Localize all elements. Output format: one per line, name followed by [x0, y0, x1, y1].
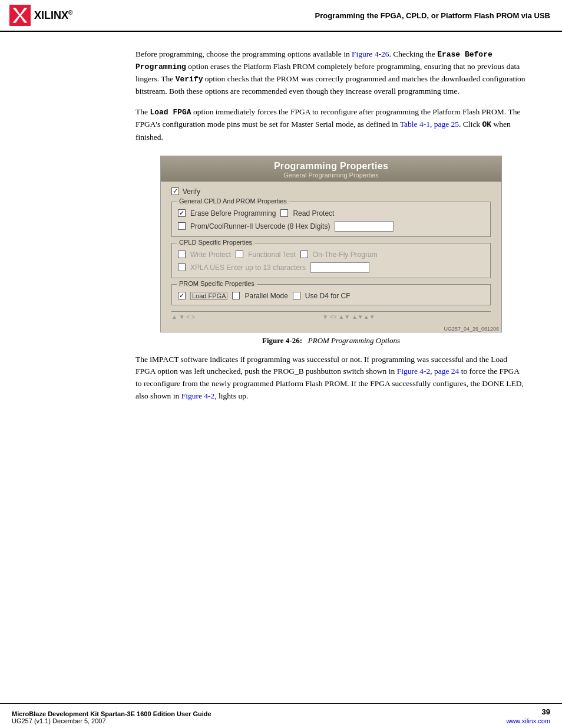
xilinx-logo-icon [9, 5, 31, 26]
logo-area: XILINX® [9, 5, 72, 26]
paragraph-1: Before programming, choose the programmi… [135, 48, 527, 98]
write-protect-checkbox[interactable] [178, 251, 186, 258]
onthefly-program-checkbox[interactable] [300, 251, 308, 258]
xpla-ues-input[interactable] [310, 262, 369, 273]
xpla-ues-checkbox[interactable] [178, 263, 186, 271]
figure-body: Verify General CPLD And PROM Properties … [161, 182, 501, 325]
verify-label: Verify [183, 187, 200, 196]
cpld-specific-row1: Write Protect Functional Test On-The-Fly… [178, 251, 484, 259]
verify-code: Verify [176, 75, 203, 84]
functional-test-label: Functional Test [248, 251, 296, 259]
figure-4-2-link-2[interactable]: Figure 4-2 [181, 391, 215, 400]
footer-right: 39 www.xilinx.com [506, 707, 550, 724]
read-protect-checkbox[interactable] [280, 209, 288, 217]
write-protect-label: Write Protect [190, 251, 231, 259]
footer-left: MicroBlaze Development Kit Spartan-3E 16… [12, 710, 211, 724]
footer-page-number: 39 [542, 707, 550, 716]
prom-specific-section: PROM Specific Properties Load FPGA Paral… [171, 284, 491, 305]
load-fpga-checkbox[interactable] [178, 292, 186, 299]
figure-box: Programming Properties General Programmi… [160, 156, 502, 332]
load-fpga-code: Load FPGA [150, 108, 191, 117]
figure-header-title: Programming Properties [167, 161, 495, 172]
onthefly-program-label: On-The-Fly Program [313, 251, 378, 259]
general-cpld-label: General CPLD And PROM Properties [177, 197, 289, 205]
footer-doc-id: UG257 (v1.1) December 5, 2007 [12, 717, 211, 724]
general-cpld-section: General CPLD And PROM Properties Erase B… [171, 202, 491, 237]
xilinx-brand-text: XILINX® [34, 9, 72, 22]
erase-before-programming-label: Erase Before Programming [190, 209, 276, 218]
table-4-1-link[interactable]: Table 4-1, page 25 [400, 120, 459, 129]
prom-specific-label: PROM Specific Properties [177, 280, 257, 287]
figure-header: Programming Properties General Programmi… [161, 156, 501, 182]
figure-caption-label: Figure 4-26: [262, 336, 302, 345]
page-footer: MicroBlaze Development Kit Spartan-3E 16… [0, 703, 562, 728]
para1-text1: . Checking the [389, 50, 437, 58]
cpld-specific-label: CPLD Specific Properties [177, 239, 254, 246]
para3-text3: , lights up. [214, 391, 248, 400]
paragraph-2: The Load FPGA option immediately forces … [135, 106, 527, 143]
figure-container: Programming Properties General Programmi… [135, 156, 527, 345]
para2-prefix: The [135, 107, 150, 116]
cpld-specific-section: CPLD Specific Properties Write Protect F… [171, 243, 491, 278]
ok-code: OK [482, 120, 491, 129]
footer-doc-title: MicroBlaze Development Kit Spartan-3E 16… [12, 710, 211, 717]
general-cpld-row2: Prom/CoolRunner-II Usercode (8 Hex Digit… [178, 221, 484, 232]
figure-4-26-link[interactable]: Figure 4-26 [352, 50, 389, 58]
parallel-mode-checkbox[interactable] [232, 292, 240, 299]
prom-usercode-input[interactable] [335, 221, 394, 232]
parallel-mode-label: Parallel Mode [244, 292, 287, 300]
figure-caption-text: PROM Programming Options [308, 336, 400, 345]
prom-usercode-label: Prom/CoolRunner-II Usercode (8 Hex Digit… [190, 222, 330, 230]
load-fpga-label: Load FPGA [190, 292, 227, 300]
prom-usercode-checkbox[interactable] [178, 222, 186, 230]
prom-specific-row1: Load FPGA Parallel Mode Use D4 for CF [178, 292, 484, 300]
verify-row: Verify [171, 187, 491, 196]
main-content: Before programming, choose the programmi… [0, 32, 562, 427]
figure-bottom-text2: ▼ <> ▲▼ ▲▼▲▼ [207, 314, 491, 320]
figure-bottom-text1: ▲ ▼ < > [171, 314, 195, 320]
para2-text2: . Click [459, 120, 482, 129]
figure-caption: Figure 4-26: PROM Programming Options [262, 336, 400, 345]
figure-header-subtitle: General Programming Properties [167, 172, 495, 179]
general-cpld-row1: Erase Before Programming Read Protect [178, 209, 484, 218]
use-d4-label: Use D4 for CF [305, 292, 351, 300]
xpla-ues-label: XPLA UES Enter up to 13 characters [190, 263, 306, 272]
erase-before-programming-checkbox[interactable] [178, 209, 186, 217]
functional-test-checkbox[interactable] [236, 251, 243, 258]
figure-id: UG257_04_26_061206 [161, 325, 501, 332]
read-protect-label: Read Protect [293, 209, 334, 218]
footer-website-link[interactable]: www.xilinx.com [506, 717, 550, 724]
header-title: Programming the FPGA, CPLD, or Platform … [315, 11, 550, 20]
paragraph-3: The iMPACT software indicates if program… [135, 354, 527, 403]
figure-bottom-bar: ▲ ▼ < > ▼ <> ▲▼ ▲▼▲▼ [171, 311, 491, 320]
figure-4-2-link-1[interactable]: Figure 4-2, page 24 [397, 367, 459, 375]
use-d4-checkbox[interactable] [293, 292, 300, 299]
page-header: XILINX® Programming the FPGA, CPLD, or P… [0, 0, 562, 32]
para1-prefix: Before programming, choose the programmi… [135, 50, 352, 58]
cpld-specific-row2: XPLA UES Enter up to 13 characters [178, 262, 484, 273]
verify-checkbox[interactable] [171, 187, 179, 195]
